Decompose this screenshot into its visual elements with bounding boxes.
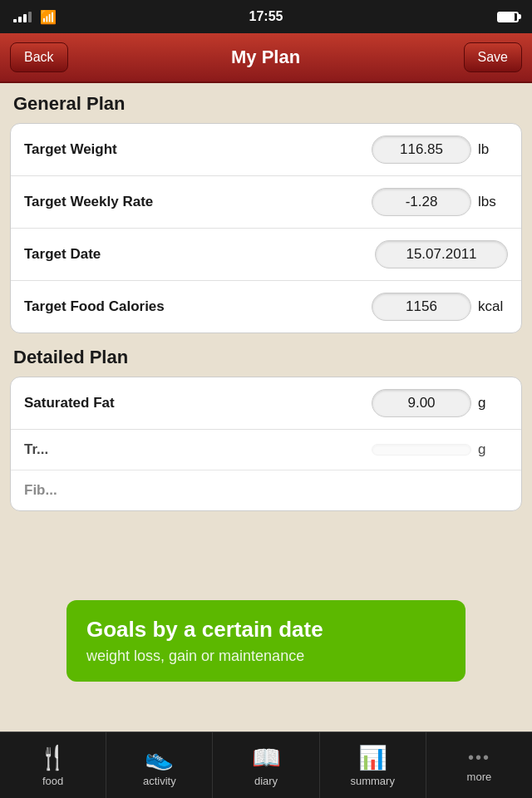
trans-fat-label: Tr... [24,441,48,458]
fiber-row: Fib... [11,470,521,510]
target-food-calories-label: Target Food Calories [24,298,165,315]
tab-summary[interactable]: 📊 summary [320,732,426,798]
saturated-fat-unit: g [478,395,508,411]
page-title: My Plan [231,47,300,68]
detailed-plan-card: Saturated Fat 9.00 g Tr... g Fib... [10,377,522,511]
detailed-plan-title: Detailed Plan [10,347,522,368]
target-date-row: Target Date 15.07.2011 [11,229,521,281]
diary-icon: 📖 [252,744,281,771]
saturated-fat-label: Saturated Fat [24,395,115,411]
target-food-calories-row: Target Food Calories 1156 kcal [11,281,521,332]
food-icon: 🍴 [38,744,67,771]
target-weight-row: Target Weight 116.85 lb [11,124,521,176]
target-weekly-rate-right: -1.28 lbs [372,188,508,216]
target-weekly-rate-row: Target Weekly Rate -1.28 lbs [11,176,521,229]
tab-activity-label: activity [143,775,176,787]
target-weekly-rate-input[interactable]: -1.28 [372,188,471,216]
tab-diary[interactable]: 📖 diary [213,732,319,798]
navigation-bar: Back My Plan Save [0,33,532,83]
target-weight-label: Target Weight [24,141,117,158]
tab-food[interactable]: 🍴 food [0,732,106,798]
save-button[interactable]: Save [464,42,522,72]
saturated-fat-right: 9.00 g [372,389,508,417]
target-food-calories-right: 1156 kcal [372,293,508,321]
fiber-label: Fib... [24,482,57,499]
target-food-calories-input[interactable]: 1156 [372,293,471,321]
more-icon: ••• [468,748,490,767]
tab-summary-label: summary [350,775,394,787]
tooltip-overlay: Goals by a certain date weight loss, gai… [66,600,466,682]
trans-fat-input[interactable] [372,444,471,456]
target-date-input[interactable]: 15.07.2011 [375,240,508,268]
saturated-fat-row: Saturated Fat 9.00 g [11,377,521,430]
tab-diary-label: diary [254,775,278,787]
target-food-calories-unit: kcal [478,298,508,315]
target-date-right: 15.07.2011 [375,240,508,268]
target-date-label: Target Date [24,246,101,263]
trans-fat-row: Tr... g [11,430,521,470]
tab-more[interactable]: ••• more [426,732,532,798]
target-weight-input[interactable]: 116.85 [372,135,471,164]
general-plan-card: Target Weight 116.85 lb Target Weekly Ra… [10,123,522,333]
tab-activity[interactable]: 👟 activity [106,732,213,798]
tooltip-title: Goals by a certain date [86,617,446,643]
tooltip-subtitle: weight loss, gain or maintenance [86,648,446,665]
saturated-fat-input[interactable]: 9.00 [372,389,471,417]
target-weight-right: 116.85 lb [372,135,508,164]
tab-food-label: food [42,775,63,787]
wifi-icon: 📶 [40,9,57,25]
status-left: 📶 [13,9,57,25]
activity-icon: 👟 [145,744,174,771]
general-plan-title: General Plan [10,93,522,115]
status-time: 17:55 [249,9,283,24]
target-weekly-rate-label: Target Weekly Rate [24,194,153,210]
summary-icon: 📊 [358,744,387,771]
target-weekly-rate-unit: lbs [478,194,508,210]
tab-more-label: more [467,771,492,783]
status-right [497,12,519,22]
back-button[interactable]: Back [10,42,68,72]
status-bar: 📶 17:55 [0,0,532,33]
tab-bar: 🍴 food 👟 activity 📖 diary 📊 summary ••• … [0,732,532,798]
signal-icon [13,12,32,22]
target-weight-unit: lb [478,141,508,158]
trans-fat-right: g [372,441,508,458]
trans-fat-unit: g [478,441,508,458]
battery-icon [497,12,519,22]
